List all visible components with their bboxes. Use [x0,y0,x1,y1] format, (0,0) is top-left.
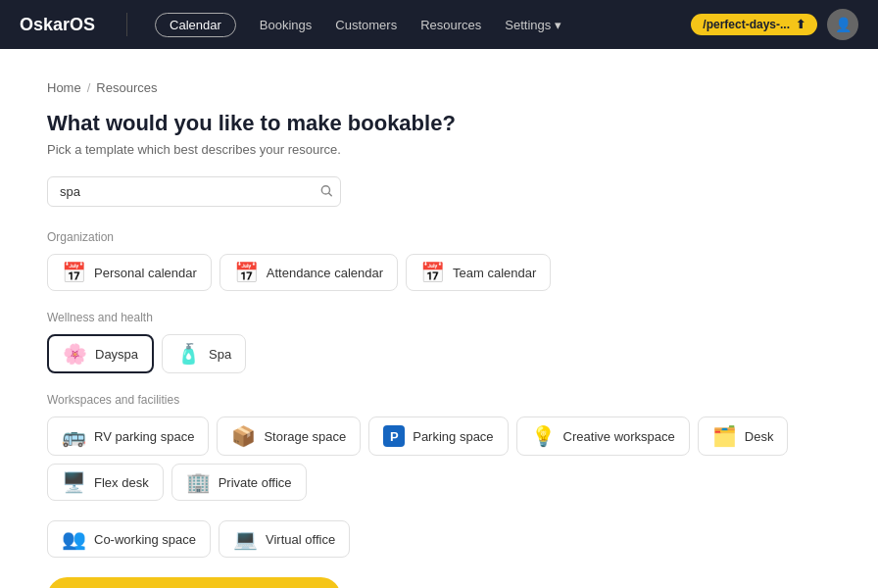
page-subtitle: Pick a template which best describes you… [47,142,831,157]
attendance-calendar-icon: 📅 [234,263,259,282]
card-coworking-space-label: Co-working space [94,532,196,547]
navbar-right: /perfect-days-... ⬆ 👤 [691,9,858,40]
workspaces-cards: 🚌 RV parking space 📦 Storage space P Par… [47,416,831,501]
creative-workspace-icon: 💡 [531,426,556,446]
page-title: What would you like to make bookable? [47,111,831,136]
card-storage-space[interactable]: 📦 Storage space [217,416,361,456]
private-office-icon: 🏢 [186,472,211,492]
section-organization: Organization 📅 Personal calendar 📅 Atten… [47,230,831,291]
card-coworking-space[interactable]: 👥 Co-working space [47,520,211,558]
card-private-office[interactable]: 🏢 Private office [171,464,307,501]
card-personal-calendar-label: Personal calendar [94,266,197,280]
card-desk[interactable]: 🗂️ Desk [698,416,789,456]
nav-bookings[interactable]: Bookings [260,18,312,32]
nav-calendar[interactable]: Calendar [155,13,236,37]
nav-divider [126,13,127,36]
personal-calendar-icon: 📅 [62,263,86,282]
avatar-icon: 👤 [835,17,852,32]
card-attendance-calendar-label: Attendance calendar [267,266,383,280]
card-rv-parking[interactable]: 🚌 RV parking space [47,416,209,456]
section-wellness: Wellness and health 🌸 Dayspa 🧴 Spa [47,311,831,373]
search-icon [319,183,333,197]
dayspa-icon: 🌸 [63,344,87,364]
breadcrumb-sep: / [87,80,91,95]
main-content: Home / Resources What would you like to … [0,49,878,588]
virtual-office-icon: 💻 [233,529,258,549]
nav-customers[interactable]: Customers [335,18,397,32]
workspaces-cards-row2: 👥 Co-working space 💻 Virtual office [47,520,831,558]
card-team-calendar-label: Team calendar [453,266,536,280]
organization-cards: 📅 Personal calendar 📅 Attendance calenda… [47,254,831,291]
card-attendance-calendar[interactable]: 📅 Attendance calendar [220,254,398,291]
card-spa[interactable]: 🧴 Spa [162,334,246,373]
card-spa-label: Spa [209,347,231,362]
search-input[interactable] [47,176,341,207]
svg-line-1 [329,193,332,196]
spa-icon: 🧴 [176,344,201,364]
card-storage-space-label: Storage space [264,429,346,444]
nav-resources[interactable]: Resources [420,18,481,32]
card-private-office-label: Private office [219,475,292,490]
section-workspaces: Workspaces and facilities 🚌 RV parking s… [47,393,831,558]
chevron-down-icon: ▾ [555,18,561,32]
storage-space-icon: 📦 [231,426,256,446]
card-creative-workspace[interactable]: 💡 Creative workspace [516,416,690,456]
card-rv-parking-label: RV parking space [94,429,194,444]
card-desk-label: Desk [745,429,774,444]
navbar: OskarOS Calendar Bookings Customers Reso… [0,0,878,49]
card-parking-space-label: Parking space [413,429,493,444]
nav-settings-label: Settings [505,18,551,32]
section-workspaces-label: Workspaces and facilities [47,393,831,407]
continue-button[interactable]: Continue [47,577,341,588]
url-badge-text: /perfect-days-... [703,18,790,31]
team-calendar-icon: 📅 [420,263,445,282]
card-virtual-office-label: Virtual office [266,532,335,547]
card-flex-desk[interactable]: 🖥️ Flex desk [47,464,164,501]
section-organization-label: Organization [47,230,831,244]
desk-icon: 🗂️ [712,426,737,446]
search-button[interactable] [319,183,333,200]
coworking-space-icon: 👥 [62,529,86,549]
brand-logo: OskarOS [20,15,95,35]
search-wrapper [47,176,341,207]
section-wellness-label: Wellness and health [47,311,831,324]
breadcrumb: Home / Resources [47,80,831,95]
card-team-calendar[interactable]: 📅 Team calendar [406,254,551,291]
card-dayspa[interactable]: 🌸 Dayspa [47,334,154,373]
rv-parking-icon: 🚌 [62,426,86,446]
card-virtual-office[interactable]: 💻 Virtual office [219,520,350,558]
card-parking-space[interactable]: P Parking space [368,416,508,456]
breadcrumb-current: Resources [96,80,157,95]
parking-space-icon: P [383,425,405,447]
card-creative-workspace-label: Creative workspace [563,429,675,444]
flex-desk-icon: 🖥️ [62,472,86,492]
card-personal-calendar[interactable]: 📅 Personal calendar [47,254,212,291]
share-icon: ⬆ [796,18,805,31]
card-dayspa-label: Dayspa [95,347,138,362]
breadcrumb-home[interactable]: Home [47,80,81,95]
nav-settings[interactable]: Settings ▾ [505,18,561,32]
url-badge[interactable]: /perfect-days-... ⬆ [691,14,817,35]
wellness-cards: 🌸 Dayspa 🧴 Spa [47,334,831,373]
card-flex-desk-label: Flex desk [94,475,149,490]
avatar[interactable]: 👤 [827,9,858,40]
